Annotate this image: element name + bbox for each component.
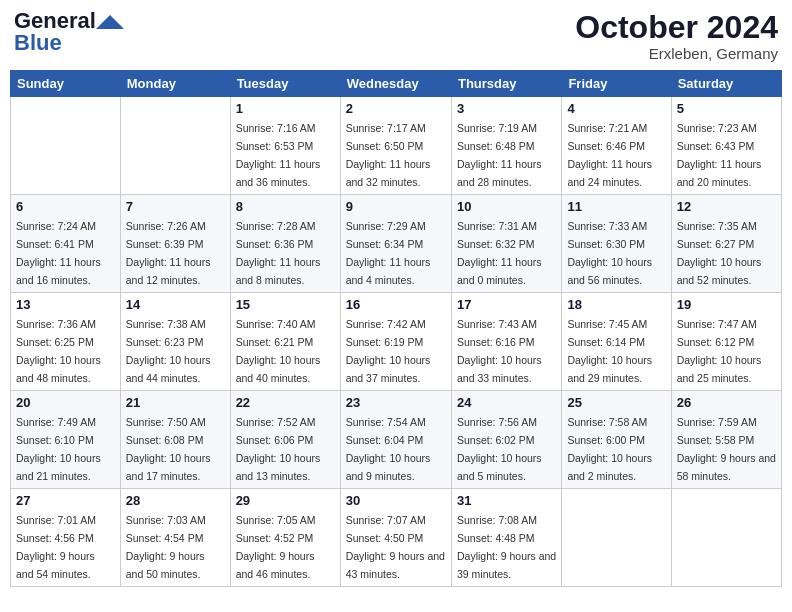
day-number: 8	[236, 199, 335, 214]
calendar-cell	[562, 489, 671, 587]
calendar-cell: 6Sunrise: 7:24 AM Sunset: 6:41 PM Daylig…	[11, 195, 121, 293]
calendar-cell: 10Sunrise: 7:31 AM Sunset: 6:32 PM Dayli…	[451, 195, 561, 293]
day-number: 29	[236, 493, 335, 508]
calendar-cell: 16Sunrise: 7:42 AM Sunset: 6:19 PM Dayli…	[340, 293, 451, 391]
day-number: 25	[567, 395, 665, 410]
week-row-4: 20Sunrise: 7:49 AM Sunset: 6:10 PM Dayli…	[11, 391, 782, 489]
day-number: 9	[346, 199, 446, 214]
day-number: 4	[567, 101, 665, 116]
calendar-cell: 19Sunrise: 7:47 AM Sunset: 6:12 PM Dayli…	[671, 293, 781, 391]
day-number: 27	[16, 493, 115, 508]
calendar-cell: 31Sunrise: 7:08 AM Sunset: 4:48 PM Dayli…	[451, 489, 561, 587]
day-detail: Sunrise: 7:38 AM Sunset: 6:23 PM Dayligh…	[126, 318, 211, 384]
calendar-cell: 24Sunrise: 7:56 AM Sunset: 6:02 PM Dayli…	[451, 391, 561, 489]
week-row-5: 27Sunrise: 7:01 AM Sunset: 4:56 PM Dayli…	[11, 489, 782, 587]
calendar-cell: 2Sunrise: 7:17 AM Sunset: 6:50 PM Daylig…	[340, 97, 451, 195]
day-number: 23	[346, 395, 446, 410]
calendar-cell: 4Sunrise: 7:21 AM Sunset: 6:46 PM Daylig…	[562, 97, 671, 195]
day-detail: Sunrise: 7:05 AM Sunset: 4:52 PM Dayligh…	[236, 514, 316, 580]
day-number: 5	[677, 101, 776, 116]
day-detail: Sunrise: 7:58 AM Sunset: 6:00 PM Dayligh…	[567, 416, 652, 482]
day-detail: Sunrise: 7:26 AM Sunset: 6:39 PM Dayligh…	[126, 220, 211, 286]
month-title: October 2024	[575, 10, 778, 45]
weekday-header-tuesday: Tuesday	[230, 71, 340, 97]
calendar-cell: 15Sunrise: 7:40 AM Sunset: 6:21 PM Dayli…	[230, 293, 340, 391]
calendar-cell	[671, 489, 781, 587]
calendar-cell: 18Sunrise: 7:45 AM Sunset: 6:14 PM Dayli…	[562, 293, 671, 391]
day-detail: Sunrise: 7:47 AM Sunset: 6:12 PM Dayligh…	[677, 318, 762, 384]
calendar-cell: 30Sunrise: 7:07 AM Sunset: 4:50 PM Dayli…	[340, 489, 451, 587]
day-detail: Sunrise: 7:29 AM Sunset: 6:34 PM Dayligh…	[346, 220, 431, 286]
calendar-cell: 13Sunrise: 7:36 AM Sunset: 6:25 PM Dayli…	[11, 293, 121, 391]
day-number: 31	[457, 493, 556, 508]
logo-icon	[96, 15, 124, 29]
calendar-cell: 14Sunrise: 7:38 AM Sunset: 6:23 PM Dayli…	[120, 293, 230, 391]
day-detail: Sunrise: 7:17 AM Sunset: 6:50 PM Dayligh…	[346, 122, 431, 188]
day-number: 24	[457, 395, 556, 410]
calendar-cell: 27Sunrise: 7:01 AM Sunset: 4:56 PM Dayli…	[11, 489, 121, 587]
logo-blue: Blue	[14, 32, 62, 54]
logo: General Blue	[14, 10, 124, 54]
week-row-3: 13Sunrise: 7:36 AM Sunset: 6:25 PM Dayli…	[11, 293, 782, 391]
weekday-header-saturday: Saturday	[671, 71, 781, 97]
day-number: 22	[236, 395, 335, 410]
day-number: 1	[236, 101, 335, 116]
calendar-cell	[11, 97, 121, 195]
weekday-header-sunday: Sunday	[11, 71, 121, 97]
day-detail: Sunrise: 7:28 AM Sunset: 6:36 PM Dayligh…	[236, 220, 321, 286]
day-detail: Sunrise: 7:49 AM Sunset: 6:10 PM Dayligh…	[16, 416, 101, 482]
day-number: 18	[567, 297, 665, 312]
day-detail: Sunrise: 7:43 AM Sunset: 6:16 PM Dayligh…	[457, 318, 542, 384]
calendar-cell: 17Sunrise: 7:43 AM Sunset: 6:16 PM Dayli…	[451, 293, 561, 391]
day-detail: Sunrise: 7:01 AM Sunset: 4:56 PM Dayligh…	[16, 514, 96, 580]
day-detail: Sunrise: 7:56 AM Sunset: 6:02 PM Dayligh…	[457, 416, 542, 482]
weekday-header-wednesday: Wednesday	[340, 71, 451, 97]
calendar-cell: 8Sunrise: 7:28 AM Sunset: 6:36 PM Daylig…	[230, 195, 340, 293]
svg-marker-0	[96, 15, 124, 29]
day-number: 14	[126, 297, 225, 312]
weekday-header-row: SundayMondayTuesdayWednesdayThursdayFrid…	[11, 71, 782, 97]
day-detail: Sunrise: 7:31 AM Sunset: 6:32 PM Dayligh…	[457, 220, 542, 286]
weekday-header-monday: Monday	[120, 71, 230, 97]
day-number: 20	[16, 395, 115, 410]
calendar-cell: 20Sunrise: 7:49 AM Sunset: 6:10 PM Dayli…	[11, 391, 121, 489]
day-detail: Sunrise: 7:36 AM Sunset: 6:25 PM Dayligh…	[16, 318, 101, 384]
day-number: 16	[346, 297, 446, 312]
day-number: 26	[677, 395, 776, 410]
day-detail: Sunrise: 7:42 AM Sunset: 6:19 PM Dayligh…	[346, 318, 431, 384]
day-number: 6	[16, 199, 115, 214]
calendar-cell: 7Sunrise: 7:26 AM Sunset: 6:39 PM Daylig…	[120, 195, 230, 293]
calendar-cell: 3Sunrise: 7:19 AM Sunset: 6:48 PM Daylig…	[451, 97, 561, 195]
calendar-cell	[120, 97, 230, 195]
calendar-table: SundayMondayTuesdayWednesdayThursdayFrid…	[10, 70, 782, 587]
calendar-cell: 29Sunrise: 7:05 AM Sunset: 4:52 PM Dayli…	[230, 489, 340, 587]
day-detail: Sunrise: 7:23 AM Sunset: 6:43 PM Dayligh…	[677, 122, 762, 188]
logo-text: General	[14, 10, 96, 32]
weekday-header-friday: Friday	[562, 71, 671, 97]
day-detail: Sunrise: 7:59 AM Sunset: 5:58 PM Dayligh…	[677, 416, 776, 482]
calendar-cell: 9Sunrise: 7:29 AM Sunset: 6:34 PM Daylig…	[340, 195, 451, 293]
calendar-cell: 1Sunrise: 7:16 AM Sunset: 6:53 PM Daylig…	[230, 97, 340, 195]
day-detail: Sunrise: 7:50 AM Sunset: 6:08 PM Dayligh…	[126, 416, 211, 482]
calendar-cell: 5Sunrise: 7:23 AM Sunset: 6:43 PM Daylig…	[671, 97, 781, 195]
day-number: 2	[346, 101, 446, 116]
calendar-cell: 26Sunrise: 7:59 AM Sunset: 5:58 PM Dayli…	[671, 391, 781, 489]
page-header: General Blue October 2024 Erxleben, Germ…	[10, 10, 782, 62]
day-number: 13	[16, 297, 115, 312]
day-number: 3	[457, 101, 556, 116]
day-number: 30	[346, 493, 446, 508]
day-detail: Sunrise: 7:19 AM Sunset: 6:48 PM Dayligh…	[457, 122, 542, 188]
week-row-1: 1Sunrise: 7:16 AM Sunset: 6:53 PM Daylig…	[11, 97, 782, 195]
day-detail: Sunrise: 7:08 AM Sunset: 4:48 PM Dayligh…	[457, 514, 556, 580]
day-detail: Sunrise: 7:24 AM Sunset: 6:41 PM Dayligh…	[16, 220, 101, 286]
title-block: October 2024 Erxleben, Germany	[575, 10, 778, 62]
day-number: 11	[567, 199, 665, 214]
day-number: 15	[236, 297, 335, 312]
day-detail: Sunrise: 7:35 AM Sunset: 6:27 PM Dayligh…	[677, 220, 762, 286]
day-number: 19	[677, 297, 776, 312]
calendar-cell: 21Sunrise: 7:50 AM Sunset: 6:08 PM Dayli…	[120, 391, 230, 489]
day-detail: Sunrise: 7:33 AM Sunset: 6:30 PM Dayligh…	[567, 220, 652, 286]
day-number: 17	[457, 297, 556, 312]
day-detail: Sunrise: 7:54 AM Sunset: 6:04 PM Dayligh…	[346, 416, 431, 482]
day-number: 10	[457, 199, 556, 214]
